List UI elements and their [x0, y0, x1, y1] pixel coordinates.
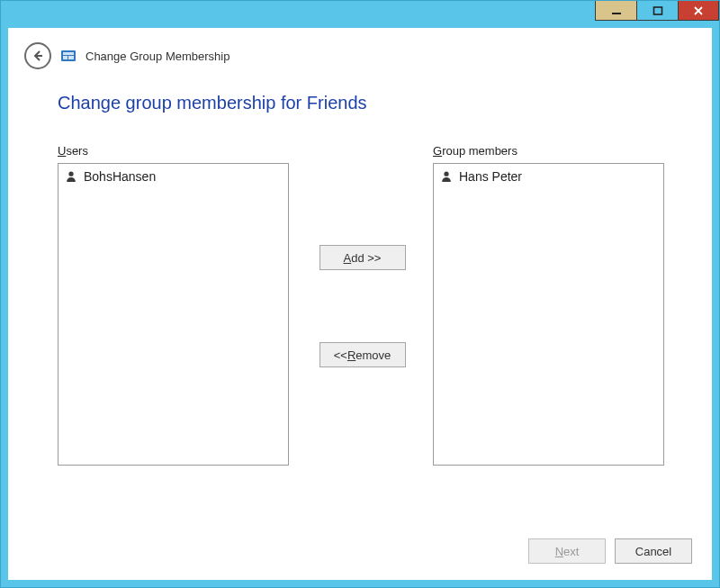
window-control-buttons — [595, 1, 719, 21]
svg-point-7 — [444, 172, 448, 176]
transfer-buttons: Add >> << Remove — [292, 144, 433, 367]
users-listbox[interactable]: BohsHansen — [58, 163, 289, 466]
breadcrumb: Change Group Membership — [86, 50, 230, 63]
footer-buttons: Next Cancel — [528, 538, 692, 564]
next-button[interactable]: Next — [528, 538, 606, 564]
window-frame: Change Group Membership Change group mem… — [0, 0, 720, 588]
close-button[interactable] — [678, 1, 719, 21]
svg-rect-1 — [653, 7, 662, 14]
cancel-button[interactable]: Cancel — [615, 538, 692, 564]
maximize-button[interactable] — [636, 1, 678, 21]
back-button[interactable] — [24, 42, 51, 69]
minimize-button[interactable] — [595, 1, 636, 21]
members-column: Group members Hans Peter — [433, 144, 667, 466]
person-icon — [439, 169, 454, 184]
app-icon — [60, 48, 76, 64]
person-icon — [64, 169, 78, 184]
svg-rect-4 — [63, 56, 68, 59]
columns: Users BohsHansen Add >> << Remove — [58, 144, 667, 466]
svg-rect-3 — [63, 52, 74, 55]
users-column: Users BohsHansen — [58, 144, 292, 466]
list-item-label: Hans Peter — [459, 169, 522, 184]
remove-button[interactable]: << Remove — [320, 342, 406, 367]
list-item[interactable]: Hans Peter — [439, 167, 658, 185]
list-item-label: BohsHansen — [84, 169, 156, 184]
content: Change group membership for Friends User… — [8, 93, 712, 466]
svg-rect-5 — [68, 56, 74, 59]
header: Change Group Membership — [8, 28, 712, 93]
members-listbox[interactable]: Hans Peter — [433, 163, 664, 466]
page-title: Change group membership for Friends — [58, 93, 667, 113]
users-label: Users — [58, 144, 292, 158]
add-button[interactable]: Add >> — [320, 245, 406, 270]
svg-rect-0 — [612, 13, 621, 14]
svg-point-6 — [68, 172, 73, 176]
list-item[interactable]: BohsHansen — [64, 167, 283, 185]
members-label: Group members — [433, 144, 667, 158]
client-area: Change Group Membership Change group mem… — [8, 28, 712, 580]
titlebar — [1, 1, 719, 26]
